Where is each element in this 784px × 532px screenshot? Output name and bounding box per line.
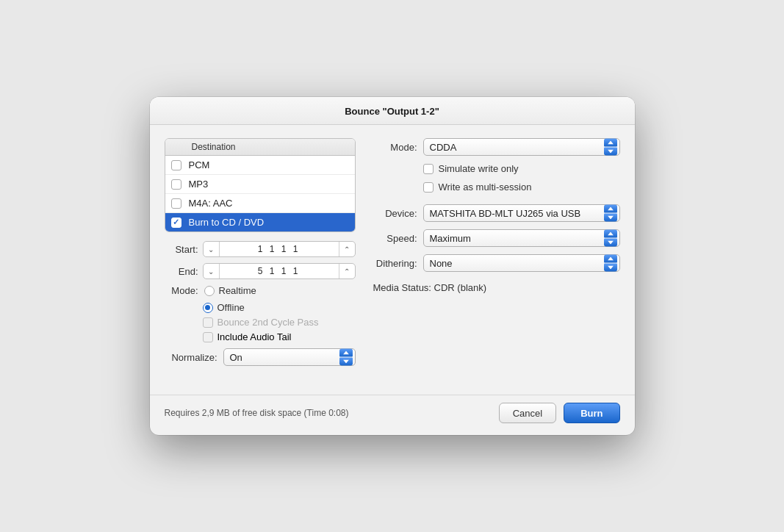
dialog-body: Destination PCM MP3 M4A: AAC Burn to CD … [150,125,635,395]
start-value: 1 1 1 1 [220,244,339,254]
mp3-label: MP3 [189,179,209,190]
multisession-checkbox[interactable] [423,182,434,193]
normalize-label: Normalize: [165,352,217,363]
media-status: Media Status: CDR (blank) [373,282,620,293]
simulate-checkbox[interactable] [423,164,434,174]
m4a-label: M4A: AAC [189,198,233,209]
multisession-row[interactable]: Write as multi-session [373,181,620,193]
start-up-arrow[interactable]: ⌃ [339,242,355,256]
burn-label: Burn to CD / DVD [189,217,265,228]
normalize-select-wrapper: On Off [223,348,356,366]
offline-label: Offline [217,302,245,313]
dialog-footer: Requires 2,9 MB of free disk space (Time… [150,395,635,435]
end-row: End: ⌄ 5 1 1 1 ⌃ [165,263,356,279]
destination-row-burn[interactable]: Burn to CD / DVD [165,213,355,231]
speed-label: Speed: [373,233,417,244]
right-mode-label: Mode: [373,142,417,153]
realtime-radio[interactable] [204,286,215,296]
start-down-arrow[interactable]: ⌄ [204,242,220,256]
destination-row-mp3[interactable]: MP3 [165,175,355,194]
pcm-label: PCM [189,159,210,170]
bounce-dialog: Bounce "Output 1-2" Destination PCM MP3 … [150,97,635,435]
device-label: Device: [373,208,417,219]
offline-radio[interactable] [203,303,213,313]
simulate-row[interactable]: Simulate write only [373,163,620,174]
include-audio-tail-checkbox[interactable] [203,332,213,342]
burn-button[interactable]: Burn [564,403,619,423]
pcm-checkbox[interactable] [171,160,181,170]
start-stepper[interactable]: ⌄ 1 1 1 1 ⌃ [203,241,356,257]
bounce2nd-option: Bounce 2nd Cycle Pass [203,317,356,328]
left-panel: Destination PCM MP3 M4A: AAC Burn to CD … [165,138,356,387]
speed-form-row: Speed: Maximum [373,229,620,247]
realtime-label: Realtime [219,285,256,296]
mode-select[interactable]: CDDA [423,138,620,156]
mode-label: Mode: [165,285,198,296]
cancel-button[interactable]: Cancel [499,403,556,423]
bounce2nd-label: Bounce 2nd Cycle Pass [217,317,319,328]
dialog-title: Bounce "Output 1-2" [150,97,635,125]
destination-row-pcm[interactable]: PCM [165,156,355,175]
end-stepper[interactable]: ⌄ 5 1 1 1 ⌃ [203,263,356,279]
right-panel: Mode: CDDA [373,138,620,387]
end-up-arrow[interactable]: ⌃ [339,264,355,278]
radio-group: Offline Bounce 2nd Cycle Pass Include Au… [165,302,356,342]
device-select-wrapper: MATSHITA BD-MLT UJ265 via USB [423,204,620,222]
footer-info: Requires 2,9 MB of free disk space (Time… [165,408,349,418]
controls-grid: Start: ⌄ 1 1 1 1 ⌃ End: ⌄ 5 1 1 1 ⌃ [165,241,356,366]
mp3-checkbox[interactable] [171,179,181,190]
multisession-label: Write as multi-session [439,181,532,193]
include-audio-tail-option[interactable]: Include Audio Tail [203,331,356,342]
dithering-select-wrapper: None [423,254,620,272]
mode-row: Mode: Realtime [165,285,356,296]
footer-buttons: Cancel Burn [499,403,620,423]
include-audio-tail-label: Include Audio Tail [217,331,292,342]
normalize-select[interactable]: On Off [223,348,356,366]
mode-select-wrapper: CDDA [423,138,620,156]
burn-checkbox[interactable] [171,218,181,228]
destination-table: Destination PCM MP3 M4A: AAC Burn to CD … [165,138,356,232]
simulate-label: Simulate write only [439,163,519,174]
device-select[interactable]: MATSHITA BD-MLT UJ265 via USB [423,204,620,222]
start-label: Start: [165,244,198,255]
speed-select[interactable]: Maximum [423,229,620,247]
m4a-checkbox[interactable] [171,198,181,209]
end-down-arrow[interactable]: ⌄ [204,264,220,278]
dithering-form-row: Dithering: None [373,254,620,272]
end-value: 5 1 1 1 [220,266,339,276]
normalize-row: Normalize: On Off [165,348,356,366]
realtime-option[interactable]: Realtime [204,285,256,296]
dithering-label: Dithering: [373,258,417,269]
bounce2nd-checkbox [203,317,213,328]
destination-header: Destination [165,139,355,156]
end-label: End: [165,266,198,277]
mode-form-row: Mode: CDDA [373,138,620,156]
destination-row-m4a[interactable]: M4A: AAC [165,194,355,213]
offline-option[interactable]: Offline [203,302,356,313]
speed-select-wrapper: Maximum [423,229,620,247]
dithering-select[interactable]: None [423,254,620,272]
device-form-row: Device: MATSHITA BD-MLT UJ265 via USB [373,204,620,222]
start-row: Start: ⌄ 1 1 1 1 ⌃ [165,241,356,257]
